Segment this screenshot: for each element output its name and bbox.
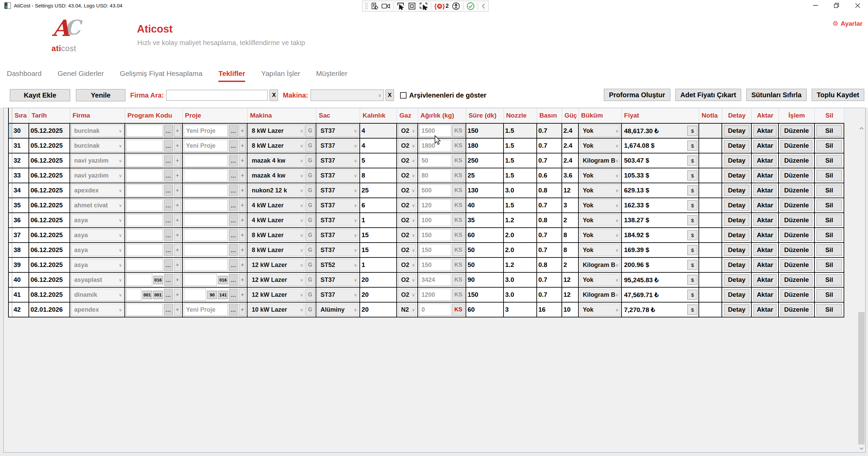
program-code-browse-button[interactable]: ...	[164, 229, 173, 241]
bending-select[interactable]: Kilogram Ba∨	[580, 289, 620, 301]
pressure-cell[interactable]: 0.7	[537, 273, 562, 287]
project-input[interactable]	[184, 169, 228, 182]
firm-select[interactable]: asya∨	[71, 259, 123, 271]
duration-cell[interactable]: 150	[466, 124, 504, 138]
g-button[interactable]: G	[305, 125, 315, 137]
project-add-button[interactable]: +	[239, 214, 246, 226]
dollar-button[interactable]: $	[687, 230, 697, 240]
program-code-browse-button[interactable]: ...	[164, 140, 173, 152]
ks-button[interactable]: KS	[452, 304, 465, 316]
column-header[interactable]: Sıra	[12, 108, 29, 123]
ks-button[interactable]: KS	[452, 259, 465, 271]
column-header[interactable]: Proje	[183, 108, 248, 123]
program-code-input[interactable]	[126, 154, 163, 167]
note-cell[interactable]	[699, 153, 722, 168]
note-cell[interactable]	[699, 183, 722, 198]
power-cell[interactable]: 3	[562, 198, 579, 212]
power-cell[interactable]: 3.6	[562, 168, 579, 183]
detail-button[interactable]: Detay	[724, 140, 749, 151]
project-browse-button[interactable]: ...	[229, 169, 238, 182]
project-add-button[interactable]: +	[239, 169, 246, 182]
nozzle-cell[interactable]: 2.0	[504, 228, 537, 242]
thickness-cell[interactable]: 25	[360, 183, 397, 198]
ks-button[interactable]: KS	[452, 125, 465, 137]
thickness-cell[interactable]: 15	[360, 228, 397, 242]
firm-select[interactable]: ahmet civat∨	[71, 199, 123, 211]
proforma-button[interactable]: Proforma Oluştur	[604, 89, 670, 101]
machine-select[interactable]: 10 kW Lazer∨	[249, 304, 304, 316]
nozzle-cell[interactable]: 2.0	[504, 243, 537, 257]
row-indicator[interactable]	[9, 124, 12, 138]
row-indicator[interactable]	[9, 258, 12, 272]
project-browse-button[interactable]: ...	[229, 199, 238, 211]
date-cell[interactable]: 06.12.2025	[29, 198, 70, 212]
row-indicator[interactable]	[9, 228, 12, 242]
sheet-select[interactable]: ST37∨	[317, 169, 358, 182]
row-indicator[interactable]	[9, 153, 12, 168]
program-code-browse-button[interactable]: ...	[164, 289, 173, 301]
project-add-button[interactable]: +	[239, 274, 246, 286]
firm-select[interactable]: asya∨	[71, 214, 123, 226]
delete-button[interactable]: Sil	[816, 200, 842, 211]
dollar-button[interactable]: $	[687, 141, 697, 151]
edit-button[interactable]: Düzenle	[781, 214, 812, 226]
g-button[interactable]: G	[305, 244, 315, 256]
project-input[interactable]	[184, 184, 228, 196]
project-browse-button[interactable]: ...	[229, 289, 238, 301]
column-header[interactable]: Basın	[537, 108, 562, 123]
gas-select[interactable]: O2∨	[398, 154, 416, 167]
bending-select[interactable]: Yok∨	[580, 125, 620, 137]
tab-gelismis-fiyat-hesaplama[interactable]: Gelişmiş Fiyat Hesaplama	[120, 69, 202, 82]
column-header[interactable]: Gaz	[397, 108, 418, 123]
date-cell[interactable]: 06.12.2025	[29, 273, 70, 287]
g-button[interactable]: G	[305, 214, 315, 226]
dollar-button[interactable]: $	[687, 200, 697, 210]
row-indicator[interactable]	[9, 273, 12, 287]
delete-button[interactable]: Sil	[816, 170, 842, 181]
sheet-select[interactable]: ST37∨	[317, 184, 358, 196]
code-chip[interactable]: 001	[153, 291, 163, 299]
g-button[interactable]: G	[305, 140, 315, 152]
project-add-button[interactable]: +	[239, 184, 246, 196]
transfer-button[interactable]: Aktar	[753, 155, 776, 166]
gas-select[interactable]: O2∨	[398, 214, 416, 226]
column-header[interactable]: Tarih	[29, 108, 70, 123]
program-code-add-button[interactable]: +	[174, 244, 181, 256]
detail-button[interactable]: Detay	[724, 185, 749, 196]
bending-select[interactable]: Yok∨	[580, 244, 620, 256]
dollar-button[interactable]: $	[687, 305, 697, 315]
pressure-cell[interactable]: 0.8	[537, 213, 562, 227]
note-cell[interactable]	[699, 168, 722, 183]
duration-cell[interactable]: 50	[466, 258, 504, 272]
thickness-cell[interactable]: 6	[360, 198, 397, 212]
column-header[interactable]: Firma	[70, 108, 125, 123]
vertical-scrollbar[interactable]	[858, 124, 865, 452]
column-header[interactable]: Notla	[699, 108, 722, 123]
duration-cell[interactable]: 130	[466, 183, 504, 198]
machine-select[interactable]: mazak 4 kw∨	[249, 154, 304, 167]
weight-input[interactable]: 3424	[419, 274, 451, 286]
firm-search-clear-button[interactable]: X	[270, 89, 278, 101]
error-badge[interactable]: { ✕ } 2	[434, 3, 449, 10]
firm-select[interactable]: navi yazılım∨	[71, 154, 123, 167]
power-cell[interactable]: 8	[562, 243, 579, 257]
gas-select[interactable]: O2∨	[398, 244, 416, 256]
program-code-add-button[interactable]: +	[174, 274, 181, 286]
dollar-button[interactable]: $	[687, 156, 697, 166]
machine-filter-clear-button[interactable]: X	[386, 89, 394, 101]
date-cell[interactable]: 05.12.2025	[29, 124, 70, 138]
dollar-button[interactable]: $	[687, 260, 697, 270]
project-browse-button[interactable]: ...	[229, 274, 238, 286]
dollar-button[interactable]: $	[687, 215, 697, 225]
thickness-cell[interactable]: 4	[360, 124, 397, 138]
success-icon[interactable]	[467, 2, 475, 11]
sheet-select[interactable]: ST37∨	[317, 244, 358, 256]
unit-price-button[interactable]: Adet Fiyatı Çıkart	[675, 89, 741, 101]
detail-button[interactable]: Detay	[724, 125, 749, 137]
thickness-cell[interactable]: 5	[360, 153, 397, 168]
column-header[interactable]: Fiyat	[622, 108, 699, 123]
delete-button[interactable]: Sil	[816, 214, 842, 226]
grip-handle-icon[interactable]	[365, 2, 368, 10]
pressure-cell[interactable]: 0.7	[537, 228, 562, 242]
detail-button[interactable]: Detay	[724, 274, 749, 286]
